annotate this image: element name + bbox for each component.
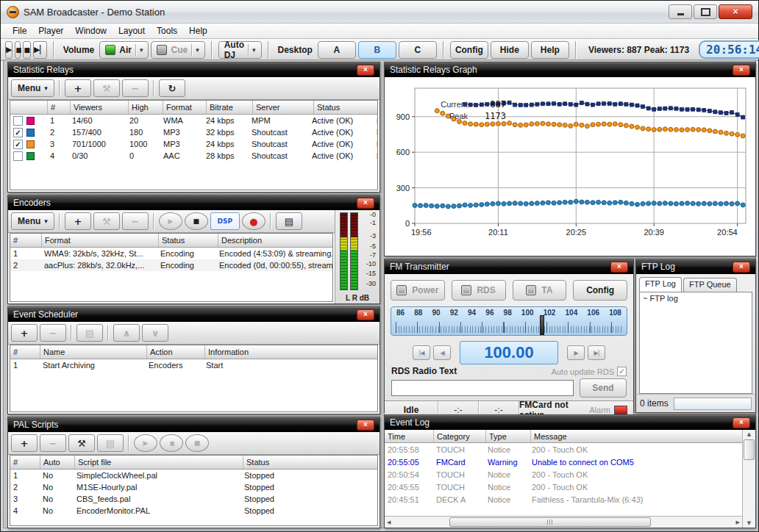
column-header[interactable]: # [10,456,40,469]
column-header[interactable]: Status [314,101,378,114]
start-encoder-button[interactable]: ▶ [159,212,182,230]
next-button[interactable]: ▶▏ [33,41,47,59]
log-row[interactable]: 20:50:54 TOUCH Notice 200 - Touch OK [385,468,742,481]
menu-tools[interactable]: Tools [151,24,183,37]
pause-button[interactable]: ▮▮ [15,41,21,59]
cue-dropdown-icon[interactable]: ▾ [196,46,199,54]
auto-update-rds-checkbox[interactable]: ✓ [617,367,627,376]
stop-script-button[interactable]: ■ [185,434,209,452]
remove-event-button[interactable]: − [40,324,66,342]
table-row[interactable]: 1 14/60 20 WMA 24 kbps MPM Active (OK) m… [10,115,377,126]
relay-checkbox[interactable] [13,151,23,161]
pause-script-button[interactable]: ▮▮ [160,434,183,452]
event-log-titlebar[interactable]: Event Log × [385,415,755,430]
fm-config-button[interactable]: Config [573,280,627,301]
table-row[interactable]: 1 Start Archiving Encoders Start [10,359,377,371]
horizontal-scrollbar[interactable]: ◀ ▶ [385,516,742,528]
table-row[interactable]: 1 WMA9: 32kb/s, 32kHz, St... Encoding En… [10,248,332,259]
tab-ftp-queue[interactable]: FTP Queue [683,278,737,292]
log-row[interactable]: 20:55:58 TOUCH Notice 200 - Touch OK [385,443,742,456]
edit-script-button[interactable]: ⚒ [68,434,95,452]
frequency-display[interactable]: 100.00 [460,341,558,364]
relay-checkbox[interactable]: ✓ [13,128,23,137]
scrollbar-thumb[interactable] [744,439,755,460]
add-encoder-button[interactable]: + [65,212,91,230]
fm-ta-button[interactable]: TA [513,280,567,301]
column-header[interactable]: High [129,101,163,114]
table-row[interactable]: 4 No EncoderMonitor.PAL Stopped [10,505,377,517]
menu-window[interactable]: Window [69,24,113,37]
add-script-button[interactable]: + [11,434,38,452]
column-header[interactable]: Status [243,456,377,469]
panel-close-icon[interactable]: × [610,262,628,273]
remove-script-button[interactable]: − [40,434,66,452]
panel-close-icon[interactable]: × [733,262,750,273]
titlebar[interactable]: SAM Broadcaster - Demo Station × [1,1,758,24]
fm-rds-button[interactable]: RDS [452,280,506,301]
column-header[interactable]: # [48,101,71,114]
record-button[interactable]: ● [242,212,266,230]
autodj-button[interactable]: Auto DJ ▾ [218,41,262,59]
menu-player[interactable]: Player [32,24,69,37]
air-dropdown-icon[interactable]: ▾ [140,46,143,54]
close-button[interactable]: × [719,4,752,19]
table-row[interactable]: 2 No M1SE-Hourly.pal Stopped [10,481,377,493]
column-header[interactable]: # [10,234,42,247]
scroll-right-icon[interactable]: ▶ [736,519,740,526]
send-button[interactable]: Send [580,378,627,398]
freq-last-button[interactable]: ▶| [588,345,605,360]
column-header[interactable]: Auto [40,456,75,469]
table-row[interactable]: 4 0/30 0 AAC 28 kbps Shoutcast Active (O… [10,150,377,162]
column-header[interactable]: Action [147,345,205,359]
table-row[interactable]: ✓ 2 157/400 180 MP3 32 kbps Shoutcast Ac… [10,126,377,138]
rds-text-input[interactable] [391,380,574,396]
tab-ftp-log[interactable]: FTP Log [639,277,682,292]
config-button[interactable]: Config [450,41,488,59]
menu-help[interactable]: Help [183,24,213,37]
desktop-a-button[interactable]: A [318,41,356,59]
stop-button[interactable]: ■ [23,41,31,59]
remove-relay-button[interactable]: − [122,79,149,97]
column-header[interactable]: Viewers [71,101,129,114]
configure-encoder-button[interactable]: ⚒ [93,212,120,230]
vertical-scrollbar[interactable]: ▲ ▼ [742,430,755,528]
panel-close-icon[interactable]: × [733,65,750,76]
ftp-log-content[interactable]: ~ FTP log [639,292,752,394]
move-up-button[interactable]: ∧ [113,324,140,342]
freq-up-button[interactable]: ▶ [567,345,585,360]
table-row[interactable]: 3 No CBS_feeds.pal Stopped [10,493,377,505]
table-row[interactable]: 1 No SimpleClockWheel.pal Stopped [10,470,377,481]
column-header[interactable] [10,101,48,114]
log-row[interactable]: 20:55:05 FMCard Warning Unable to connec… [385,456,742,468]
dsp-button[interactable]: DSP [210,212,240,230]
encoders-menu-button[interactable]: Menu▾ [11,212,54,230]
event-log-button[interactable]: ▤ [76,324,103,342]
frequency-ruler[interactable]: 86 88 90 92 94 96 98 100 102 104 106 108 [391,306,627,336]
statistic-relays-titlebar[interactable]: Statistic Relays × [8,62,380,77]
add-event-button[interactable]: + [11,324,38,342]
freq-first-button[interactable]: |◀ [413,345,430,360]
minimize-button[interactable] [669,4,692,19]
column-header[interactable]: Format [42,234,159,247]
scroll-up-icon[interactable]: ▲ [747,431,751,438]
column-header[interactable]: Type [486,430,531,442]
ftp-titlebar[interactable]: FTP Log × [636,259,755,274]
relay-checkbox[interactable]: ✓ [13,140,23,149]
freq-down-button[interactable]: ◀ [433,345,451,360]
column-header[interactable]: Description [218,234,332,247]
column-header[interactable]: Bitrate [207,101,253,114]
cue-button[interactable]: Cue ▾ [151,41,204,59]
fm-titlebar[interactable]: FM Transmitter × [385,259,633,274]
relays-menu-button[interactable]: Menu▾ [11,79,54,97]
clock-display[interactable]: 20:56:14 [699,40,759,59]
panel-close-icon[interactable]: × [733,417,750,428]
column-header[interactable]: Server [253,101,314,114]
log-row[interactable]: 20:45:55 TOUCH Notice 200 - Touch OK [385,481,742,493]
remove-encoder-button[interactable]: − [122,212,149,230]
log-row[interactable]: 20:45:51 DECK A Notice Faithless - Taran… [385,493,742,506]
frequency-needle[interactable] [540,315,544,336]
column-header[interactable]: Name [40,345,147,359]
panel-close-icon[interactable]: × [357,198,374,209]
desktop-c-button[interactable]: C [399,41,437,59]
column-header[interactable]: Category [434,430,486,442]
